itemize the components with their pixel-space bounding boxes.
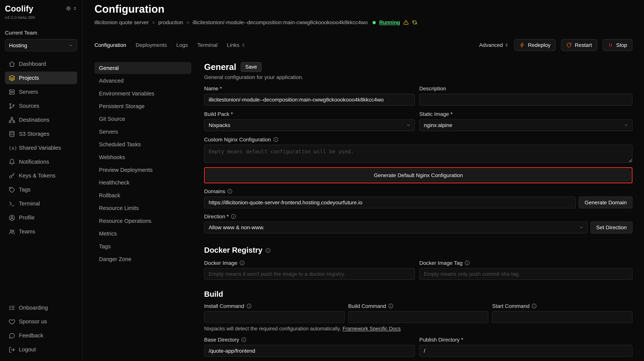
general-subtitle: General configuration for your applicati… — [204, 74, 632, 80]
direction-label: Direction * — [204, 213, 229, 220]
sidebar-item-label: Keys & Tokens — [19, 173, 56, 179]
subnav-item-metrics[interactable]: Metrics — [94, 228, 191, 240]
subnav-item-git-source[interactable]: Git Source — [94, 113, 191, 125]
sidebar-item-servers[interactable]: Servers — [5, 85, 77, 98]
breadcrumb-application[interactable]: illicitestonion/-module--decomposition:m… — [193, 19, 368, 26]
generate-domain-button[interactable]: Generate Domain — [579, 197, 632, 208]
refresh-status-icon[interactable] — [412, 20, 417, 25]
chevron-down-icon — [68, 43, 73, 48]
info-icon[interactable] — [265, 248, 271, 253]
docker-image-input[interactable] — [204, 268, 415, 280]
base-directory-input[interactable] — [204, 345, 415, 357]
team-select[interactable]: Hosting — [5, 39, 77, 51]
sidebar-item-onboarding[interactable]: Onboarding — [5, 301, 77, 314]
name-input[interactable] — [204, 94, 415, 106]
info-icon[interactable] — [246, 303, 252, 309]
publish-directory-input[interactable] — [419, 345, 632, 357]
status-running-link[interactable]: Running — [379, 20, 400, 25]
warning-icon[interactable] — [404, 20, 409, 25]
save-button[interactable]: Save — [241, 62, 262, 72]
subnav-item-danger-zone[interactable]: Danger Zone — [94, 253, 191, 265]
subnav-item-advanced[interactable]: Advanced — [94, 75, 191, 87]
annotation-highlight-box: Generate Default Nginx Configuration — [204, 167, 632, 183]
sidebar-item-teams[interactable]: Teams — [5, 225, 77, 238]
subnav-item-general[interactable]: General — [94, 62, 191, 74]
sidebar-item-sources[interactable]: Sources — [5, 99, 77, 112]
tab-logs[interactable]: Logs — [176, 42, 188, 48]
sidebar-item-destinations[interactable]: Destinations — [5, 113, 77, 126]
coolify-app-window: Coolify v4.0.0-beta.399 Current Team Hos… — [0, 0, 644, 361]
direction-select[interactable]: Allow www & non-www. — [204, 221, 588, 233]
info-icon[interactable] — [241, 337, 246, 342]
advanced-dropdown[interactable]: Advanced — [479, 42, 509, 48]
tab-terminal[interactable]: Terminal — [197, 42, 218, 48]
sidebar-item-s3-storages[interactable]: S3 Storages — [5, 127, 77, 140]
nginx-config-textarea[interactable] — [204, 145, 632, 163]
info-icon[interactable] — [532, 303, 537, 309]
docker-image-tag-input[interactable] — [419, 268, 632, 280]
start-command-input[interactable] — [492, 311, 632, 323]
restart-button[interactable]: Restart — [561, 39, 597, 51]
subnav-item-scheduled-tasks[interactable]: Scheduled Tasks — [94, 139, 191, 150]
subnav-item-resource-operations[interactable]: Resource Operations — [94, 215, 191, 227]
theme-sun-icon[interactable] — [66, 6, 71, 11]
subnav-item-tags[interactable]: Tags — [94, 240, 191, 252]
users-icon — [9, 228, 15, 235]
info-icon[interactable] — [231, 214, 236, 219]
install-command-input[interactable] — [204, 311, 344, 323]
tab-deployments[interactable]: Deployments — [136, 42, 167, 48]
sidebar-item-terminal[interactable]: Terminal — [5, 197, 77, 210]
subnav-item-webhooks[interactable]: Webhooks — [94, 151, 191, 163]
set-direction-button[interactable]: Set Direction — [590, 221, 632, 233]
subnav-item-healthcheck[interactable]: Healthcheck — [94, 177, 191, 189]
subnav-item-persistent-storage[interactable]: Persistent Storage — [94, 100, 191, 112]
tab-label: Configuration — [94, 42, 126, 48]
sidebar-item-notifications[interactable]: Notifications — [5, 155, 77, 168]
static-image-select[interactable]: nginx:alpine — [419, 119, 632, 131]
build-command-input[interactable] — [348, 311, 488, 323]
theme-updown-icon[interactable] — [73, 6, 77, 11]
tab-label: Links — [227, 42, 240, 48]
sidebar-item-keys-tokens[interactable]: Keys & Tokens — [5, 169, 77, 182]
build-pack-select[interactable]: Nixpacks — [204, 119, 415, 131]
info-icon[interactable] — [273, 137, 278, 142]
info-icon[interactable] — [227, 189, 232, 194]
page-title: Configuration — [94, 3, 632, 16]
sidebar-item-label: Teams — [19, 228, 35, 235]
breadcrumb-environment[interactable]: production — [158, 19, 183, 26]
subnav-item-preview-deployments[interactable]: Preview Deployments — [94, 164, 191, 176]
message-icon — [9, 332, 15, 339]
info-icon[interactable] — [388, 303, 394, 309]
subnav-item-environment-variables[interactable]: Environment Variables — [94, 88, 191, 99]
build-pack-value: Nixpacks — [209, 122, 230, 128]
framework-docs-link[interactable]: Framework Specific Docs — [342, 326, 400, 332]
tabs-row: Configuration Deployments Logs Terminal … — [94, 39, 632, 51]
subnav-item-servers[interactable]: Servers — [94, 126, 191, 138]
info-icon[interactable] — [464, 260, 470, 265]
sidebar-item-sponsor[interactable]: Sponsor us — [5, 315, 77, 328]
info-icon[interactable] — [240, 260, 245, 265]
sidebar-item-feedback[interactable]: Feedback — [5, 329, 77, 342]
sidebar-item-projects[interactable]: Projects — [5, 72, 77, 84]
sidebar-item-tags[interactable]: Tags — [5, 183, 77, 196]
tab-label: Logs — [176, 42, 188, 48]
generate-nginx-config-button[interactable]: Generate Default Nginx Configuration — [206, 169, 630, 181]
breadcrumb-project[interactable]: illicitonion quote server — [94, 19, 149, 26]
breadcrumb-separator: > — [152, 20, 155, 25]
subnav-item-rollback[interactable]: Rollback — [94, 190, 191, 201]
sidebar-item-shared-variables[interactable]: (x) Shared Variables — [5, 141, 77, 154]
sidebar-item-profile[interactable]: Profile — [5, 211, 77, 224]
subnav-item-resource-limits[interactable]: Resource Limits — [94, 202, 191, 214]
description-input[interactable] — [419, 94, 632, 106]
static-image-label: Static Image * — [419, 111, 452, 117]
domains-input[interactable] — [204, 197, 576, 208]
stop-button[interactable]: Stop — [603, 39, 632, 51]
tab-links[interactable]: Links — [227, 42, 246, 48]
network-icon — [9, 117, 15, 123]
heart-icon — [9, 318, 15, 325]
sidebar-item-logout[interactable]: Logout — [5, 343, 77, 356]
redeploy-button[interactable]: Redeploy — [514, 39, 556, 51]
sidebar-item-dashboard[interactable]: Dashboard — [5, 58, 77, 70]
sidebar-item-label: Profile — [19, 214, 34, 221]
tab-configuration[interactable]: Configuration — [94, 42, 126, 48]
